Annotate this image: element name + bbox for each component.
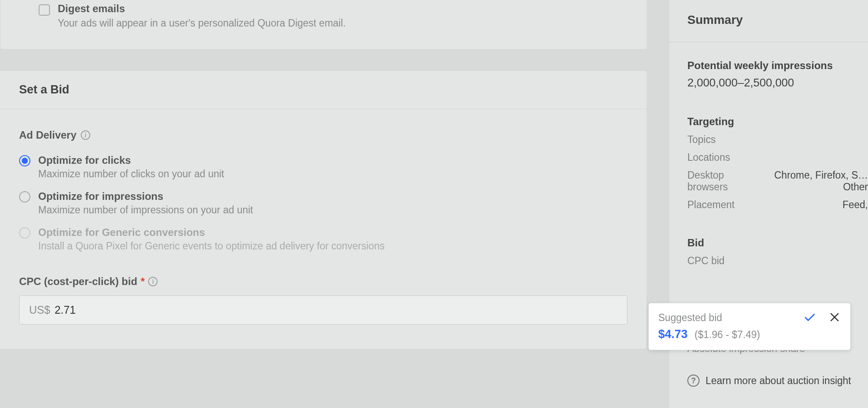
summary-title: Summary <box>687 13 868 42</box>
targeting-locations: Locations <box>687 152 868 163</box>
placement-digest-row[interactable]: Digest emails Your ads will appear in a … <box>0 0 647 29</box>
suggested-bid-popover: Suggested bid $4.73 ($1.96 - $7.49) <box>648 303 851 350</box>
targeting-topics: Topics <box>687 134 868 146</box>
targeting-locations-label: Locations <box>687 152 730 163</box>
radio-row-conversions: Optimize for Generic conversions Install… <box>19 222 627 258</box>
placements-card: Digest emails Your ads will appear in a … <box>0 0 647 50</box>
question-icon: ? <box>687 375 700 387</box>
radio-impressions-subtitle: Maximize number of impressions on your a… <box>38 204 253 216</box>
bid-card-header: Set a Bid <box>0 71 647 109</box>
targeting-browsers-label: Desktop browsers <box>687 169 754 193</box>
info-icon[interactable]: i <box>148 277 158 286</box>
targeting-topics-label: Topics <box>687 134 716 146</box>
cpc-bid-label: CPC (cost-per-click) bid * i <box>19 275 627 288</box>
targeting-label: Targeting <box>687 116 868 128</box>
ad-delivery-text: Ad Delivery <box>19 129 76 141</box>
impressions-label: Potential weekly impressions <box>687 60 868 72</box>
radio-impressions-title: Optimize for impressions <box>38 190 253 202</box>
bid-card: Set a Bid Ad Delivery i Optimize for cli… <box>0 70 647 349</box>
cpc-bid-input-wrap[interactable]: US$ <box>19 295 627 325</box>
cpc-currency-prefix: US$ <box>29 304 50 316</box>
bid-label: Bid <box>687 237 868 249</box>
cpc-bid-row: CPC bid <box>687 255 868 267</box>
learn-more-link[interactable]: ? Learn more about auction insight <box>687 375 868 387</box>
impressions-value: 2,000,000–2,500,000 <box>687 76 868 90</box>
delivery-radio-group: Optimize for clicks Maximize number of c… <box>19 150 627 258</box>
digest-title: Digest emails <box>58 3 346 15</box>
ad-delivery-label: Ad Delivery i <box>19 129 627 141</box>
targeting-browsers-value: Chrome, Firefox, S… Other <box>767 169 868 193</box>
digest-subtitle: Your ads will appear in a user's persona… <box>58 17 346 29</box>
required-asterisk: * <box>141 275 145 288</box>
learn-more-text: Learn more about auction insight <box>706 375 851 387</box>
radio-clicks-title: Optimize for clicks <box>38 154 224 166</box>
checkbox-digest[interactable] <box>39 4 50 16</box>
suggested-bid-title: Suggested bid <box>658 312 722 324</box>
radio-conversions-title: Optimize for Generic conversions <box>38 226 385 239</box>
radio-row-impressions[interactable]: Optimize for impressions Maximize number… <box>19 186 627 222</box>
suggested-bid-range: ($1.96 - $7.49) <box>695 329 760 341</box>
targeting-placement: Placement Feed, <box>687 199 868 211</box>
radio-clicks[interactable] <box>19 155 30 166</box>
targeting-placement-label: Placement <box>687 199 735 211</box>
radio-conversions <box>19 227 30 239</box>
radio-clicks-subtitle: Maximize number of clicks on your ad uni… <box>38 168 224 180</box>
close-icon[interactable] <box>828 311 841 323</box>
cpc-bid-input[interactable] <box>55 304 142 316</box>
cpc-bid-label-text: CPC (cost-per-click) bid <box>19 275 137 288</box>
accept-bid-icon[interactable] <box>803 311 816 324</box>
radio-impressions[interactable] <box>19 191 30 202</box>
info-icon[interactable]: i <box>81 130 90 140</box>
divider <box>669 42 868 42</box>
suggested-bid-value: $4.73 <box>658 328 688 341</box>
cpc-bid-row-label: CPC bid <box>687 255 725 267</box>
radio-conversions-subtitle: Install a Quora Pixel for Generic events… <box>38 240 385 252</box>
radio-row-clicks[interactable]: Optimize for clicks Maximize number of c… <box>19 150 627 186</box>
targeting-placement-value: Feed, <box>842 199 868 211</box>
targeting-browsers: Desktop browsers Chrome, Firefox, S… Oth… <box>687 169 868 193</box>
bid-section-title: Set a Bid <box>19 83 647 96</box>
